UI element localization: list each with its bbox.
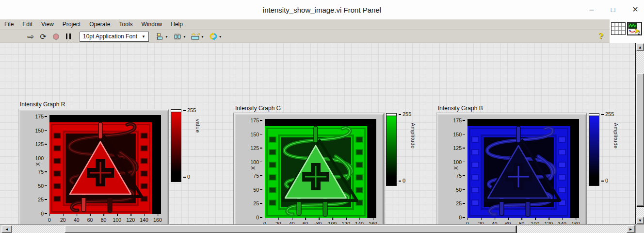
x-tick-label: 20 bbox=[60, 217, 66, 223]
color-ramp[interactable] bbox=[589, 113, 599, 186]
menu-bar: FileEditViewProjectOperateToolsWindowHel… bbox=[0, 19, 610, 30]
ramp-axis-label: value bbox=[195, 119, 201, 182]
y-tick-label: 25 bbox=[38, 197, 44, 202]
graph-label: Intensity Graph G bbox=[235, 105, 281, 112]
alignment-grid-button[interactable] bbox=[611, 22, 626, 35]
intensity-plot[interactable] bbox=[265, 119, 376, 218]
y-tick-label: 50 bbox=[456, 187, 462, 193]
ramp-max-label: 255 bbox=[399, 111, 411, 117]
y-tick-label: 150 bbox=[453, 132, 462, 137]
x-tick-label: 80 bbox=[101, 217, 107, 223]
y-tick-label: 75 bbox=[38, 169, 44, 175]
menu-item[interactable]: Edit bbox=[18, 19, 37, 30]
y-tick-label: 175 bbox=[250, 117, 259, 123]
y-tick-label: 125 bbox=[453, 145, 462, 151]
y-tick-label: 100 bbox=[250, 159, 259, 165]
horizontal-scroll-thumb[interactable] bbox=[64, 225, 516, 233]
context-help-icon[interactable]: ? bbox=[598, 31, 603, 41]
graph-panel: X 1751501251007550250 020406080100120140… bbox=[234, 113, 384, 233]
minimize-icon[interactable]: – bbox=[585, 4, 598, 16]
y-tick-label: 75 bbox=[253, 173, 259, 179]
y-tick-label: 175 bbox=[35, 114, 44, 119]
x-tick-label: 100 bbox=[113, 217, 122, 223]
run-icon[interactable]: ⇨ bbox=[25, 31, 36, 42]
color-ramp[interactable] bbox=[171, 109, 181, 182]
menu-item[interactable]: Window bbox=[137, 19, 167, 30]
y-tick-label: 150 bbox=[250, 132, 259, 137]
y-tick-label: 100 bbox=[453, 159, 462, 165]
y-tick-label: 100 bbox=[35, 155, 44, 161]
scroll-down-icon[interactable]: ▼ bbox=[636, 216, 644, 224]
y-axis-ticks: 1751501251007550250 bbox=[446, 120, 465, 217]
y-tick-label: 25 bbox=[253, 200, 259, 206]
resize-objects-button[interactable]: ▼ bbox=[191, 33, 204, 40]
abort-octagon bbox=[53, 33, 59, 40]
menu-item[interactable]: View bbox=[37, 19, 58, 30]
y-tick-label: 125 bbox=[250, 145, 259, 151]
abort-execution-icon[interactable] bbox=[50, 31, 61, 42]
font-selector-value: 10pt Application Font bbox=[83, 33, 137, 40]
ramp-min-label: 0 bbox=[183, 174, 190, 180]
distribute-objects-button[interactable]: ▼ bbox=[173, 33, 186, 40]
front-panel-area[interactable]: Intensity Graph R X 1751501251007550250 … bbox=[0, 43, 635, 224]
scroll-right-icon[interactable]: ► bbox=[627, 225, 635, 233]
menu-item[interactable]: Help bbox=[166, 19, 187, 30]
chevron-down-icon: ▼ bbox=[219, 35, 222, 38]
distribute-objects-icon bbox=[173, 33, 182, 40]
y-axis-ticks: 1751501251007550250 bbox=[243, 120, 262, 217]
font-selector[interactable]: 10pt Application Font ▼ bbox=[80, 32, 149, 42]
x-tick-label: 140 bbox=[140, 217, 148, 223]
pause-icon[interactable] bbox=[63, 31, 74, 42]
vertical-scroll-thumb[interactable] bbox=[636, 73, 644, 206]
align-objects-button[interactable]: ▼ bbox=[155, 33, 168, 40]
y-axis-ticks: 1751501251007550250 bbox=[28, 116, 47, 214]
menu-item[interactable]: File bbox=[0, 19, 18, 30]
ramp-min-label: 0 bbox=[399, 178, 405, 183]
vi-icon: 2 bbox=[628, 22, 642, 35]
run-continuously-icon[interactable]: ⟳ bbox=[38, 31, 48, 42]
vi-icon-button[interactable]: 2 bbox=[627, 22, 642, 35]
color-ramp[interactable] bbox=[386, 113, 397, 186]
chevron-down-icon: ▼ bbox=[183, 35, 186, 38]
reorder-objects-button[interactable]: ▼ bbox=[209, 33, 222, 40]
y-tick-label: 0 bbox=[256, 215, 259, 220]
intensity-plot[interactable] bbox=[467, 119, 579, 218]
maximize-icon[interactable]: □ bbox=[606, 4, 620, 16]
vertical-scrollbar: ▲ ▼ bbox=[635, 43, 644, 224]
graph-label: Intensity Graph B bbox=[438, 105, 483, 112]
resize-objects-icon bbox=[191, 33, 200, 40]
x-tick-label: 120 bbox=[126, 217, 135, 223]
horizontal-scrollbar: ◄ ► bbox=[0, 224, 635, 233]
y-tick-label: 125 bbox=[35, 141, 44, 147]
toolbar: ⇨ ⟳ 10pt Application Font ▼ ▼ ▼ bbox=[0, 30, 610, 43]
menu-item[interactable]: Tools bbox=[115, 19, 137, 30]
y-tick-label: 150 bbox=[35, 128, 44, 133]
menu-item[interactable]: Project bbox=[58, 19, 85, 30]
scroll-up-icon[interactable]: ▲ bbox=[636, 43, 644, 51]
graph-label: Intensity Graph R bbox=[20, 101, 65, 108]
window-title: intensity_show_image.vi Front Panel bbox=[0, 6, 644, 14]
vi-icon-badge: 2 bbox=[638, 31, 640, 35]
y-tick-label: 25 bbox=[456, 200, 462, 206]
intensity-graph-b: Intensity Graph B X 1751501251007550250 … bbox=[436, 105, 628, 233]
intensity-image bbox=[265, 126, 367, 218]
alignment-grid-icon bbox=[612, 23, 625, 34]
intensity-image bbox=[467, 126, 570, 218]
ramp-axis-label: Amplitude bbox=[410, 123, 416, 186]
y-tick-label: 0 bbox=[41, 211, 44, 216]
menu-item[interactable]: Operate bbox=[85, 19, 114, 30]
x-axis-ticks: 020406080100120140160 bbox=[49, 217, 158, 224]
y-tick-label: 50 bbox=[38, 183, 44, 189]
intensity-plot[interactable] bbox=[49, 115, 161, 214]
ramp-max-label: 255 bbox=[183, 107, 196, 113]
scroll-left-icon[interactable]: ◄ bbox=[1, 225, 12, 233]
intensity-image bbox=[49, 122, 152, 214]
chevron-down-icon: ▼ bbox=[142, 34, 145, 39]
graph-panel: X 1751501251007550250 020406080100120140… bbox=[436, 113, 587, 233]
x-tick-label: 60 bbox=[87, 217, 93, 223]
intensity-graph-g: Intensity Graph G X 1751501251007550250 … bbox=[234, 105, 425, 233]
y-tick-label: 175 bbox=[453, 117, 462, 123]
close-icon[interactable]: ✕ bbox=[628, 4, 642, 16]
chevron-down-icon: ▼ bbox=[165, 35, 168, 38]
y-tick-label: 0 bbox=[459, 215, 462, 220]
